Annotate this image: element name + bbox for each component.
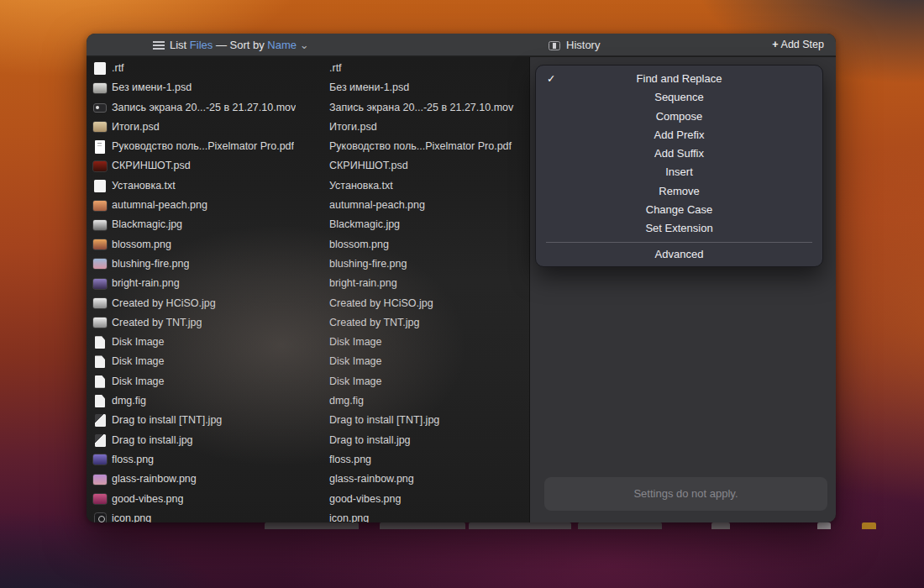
file-row[interactable]: glass-rainbow.png glass-rainbow.png: [87, 470, 529, 489]
file-row[interactable]: dmg.fig dmg.fig: [87, 391, 529, 411]
title-dropdown-trigger[interactable]: Name: [267, 39, 297, 51]
file-preview-name: bright-rain.png: [329, 274, 397, 293]
file-name: floss.png: [112, 450, 154, 470]
file-name: blushing-fire.png: [112, 255, 189, 274]
movie-file-icon: [93, 103, 107, 113]
file-preview-name: Запись экрана 20...-25 в 21.27.10.mov: [329, 98, 513, 118]
file-preview-name: Created by TNT.jpg: [329, 313, 419, 333]
history-icon: [549, 41, 560, 50]
menu-item-label: Set Extension: [645, 222, 712, 234]
zoom-button[interactable]: [129, 40, 139, 50]
dock-icon-sliver[interactable]: [862, 522, 876, 529]
dock-icon-sliver[interactable]: [380, 522, 465, 529]
file-row[interactable]: Created by TNT.jpg Created by TNT.jpg: [87, 313, 529, 333]
file-row[interactable]: good-vibes.png good-vibes.png: [87, 490, 529, 509]
menu-item-add-suffix[interactable]: Add Suffix: [536, 144, 822, 163]
menu-item-remove[interactable]: Remove: [536, 182, 822, 201]
file-row[interactable]: Blackmagic.jpg Blackmagic.jpg: [87, 215, 529, 234]
menu-item-change-case[interactable]: Change Case: [536, 201, 822, 219]
menu-item-label: Sequence: [654, 91, 704, 103]
minimize-button[interactable]: [112, 40, 122, 50]
file-preview-name: blossom.png: [329, 235, 389, 255]
file-name: blossom.png: [112, 235, 171, 255]
thumb-file-icon: [93, 454, 107, 465]
menu-item-label: Change Case: [646, 203, 713, 216]
file-row[interactable]: Drag to install.jpg Drag to install.jpg: [87, 431, 529, 450]
file-preview-name: blushing-fire.png: [329, 255, 407, 274]
file-row[interactable]: СКРИНШОТ.psd СКРИНШОТ.psd: [87, 156, 529, 176]
file-name: good-vibes.png: [112, 490, 183, 509]
file-name: glass-rainbow.png: [112, 470, 197, 489]
file-name: Руководство поль...Pixelmator Pro.pdf: [112, 137, 294, 156]
file-name: bright-rain.png: [112, 274, 180, 293]
file-row[interactable]: .rtf .rtf: [87, 59, 529, 78]
file-preview-name: autumnal-peach.png: [329, 196, 425, 215]
menu-item-find-and-replace[interactable]: ✓Find and Replace: [536, 70, 822, 88]
dock-icon-sliver[interactable]: [578, 522, 662, 529]
dock-icon-sliver[interactable]: [265, 522, 359, 529]
file-row[interactable]: floss.png floss.png: [87, 450, 529, 470]
file-preview-name: dmg.fig: [329, 391, 364, 411]
thumb-file-icon: [93, 298, 107, 308]
file-row[interactable]: Установка.txt Установка.txt: [87, 176, 529, 196]
menu-item-add-prefix[interactable]: Add Prefix: [536, 126, 822, 144]
dock-icon-sliver[interactable]: [817, 522, 831, 529]
doc-fold-file-icon: [95, 395, 105, 407]
file-row[interactable]: Руководство поль...Pixelmator Pro.pdf Ру…: [87, 137, 529, 156]
file-row[interactable]: Disk Image Disk Image: [87, 352, 529, 371]
title-dropdown-trigger[interactable]: ⌄: [297, 39, 309, 51]
file-row[interactable]: Created by HCiSO.jpg Created by HCiSO.jp…: [87, 294, 529, 313]
file-row[interactable]: Запись экрана 20...-25 в 21.27.10.mov За…: [87, 98, 529, 118]
file-row[interactable]: Disk Image Disk Image: [87, 333, 529, 352]
title-dropdown-trigger[interactable]: Files: [190, 39, 213, 51]
file-name: Drag to install [TNT].jpg: [112, 411, 222, 430]
file-row[interactable]: Drag to install [TNT].jpg Drag to instal…: [87, 411, 529, 430]
thumb-file-icon: [93, 122, 107, 132]
add-step-button[interactable]: +Add Step: [772, 34, 824, 56]
file-preview-name: Установка.txt: [329, 176, 393, 196]
step-type-menu: ✓Find and ReplaceSequenceComposeAdd Pref…: [535, 65, 823, 267]
history-label: History: [566, 34, 600, 56]
file-row[interactable]: icon.png icon.png: [87, 509, 529, 522]
thumb-file-icon: [93, 494, 107, 504]
menu-item-advanced[interactable]: Advanced: [536, 245, 822, 264]
menu-item-compose[interactable]: Compose: [536, 108, 822, 126]
file-row[interactable]: autumnal-peach.png autumnal-peach.png: [87, 196, 529, 215]
thumb-file-icon: [93, 279, 107, 289]
file-row[interactable]: bright-rain.png bright-rain.png: [87, 274, 529, 293]
file-name: Итоги.psd: [112, 118, 160, 137]
file-preview-name: .rtf: [329, 59, 342, 78]
menu-item-set-extension[interactable]: Set Extension: [536, 219, 822, 238]
file-preview-name: icon.png: [329, 509, 369, 522]
thumb-file-icon: [93, 475, 107, 485]
add-step-label: Add Step: [781, 39, 824, 50]
file-row[interactable]: blushing-fire.png blushing-fire.png: [87, 255, 529, 274]
menu-item-sequence[interactable]: Sequence: [536, 88, 822, 107]
file-preview-name: floss.png: [329, 450, 371, 470]
thumb-file-icon: [93, 239, 107, 249]
file-name: Disk Image: [112, 372, 165, 391]
renamer-window: List Files — Sort by Name ⌄ History +Add…: [87, 34, 836, 522]
file-name: СКРИНШОТ.psd: [112, 156, 191, 176]
file-row[interactable]: Итоги.psd Итоги.psd: [87, 118, 529, 137]
file-preview-name: СКРИНШОТ.psd: [329, 156, 408, 176]
file-row[interactable]: Disk Image Disk Image: [87, 372, 529, 391]
checkmark-icon: ✓: [547, 70, 555, 88]
dock-icon-sliver[interactable]: [469, 522, 571, 529]
close-button[interactable]: [95, 40, 105, 50]
file-list-pane: .rtf .rtf Без имени-1.psd Без имени-1.ps…: [87, 57, 529, 522]
thumb-file-icon: [93, 83, 107, 93]
dock-icon-sliver[interactable]: [711, 522, 730, 529]
file-name: Blackmagic.jpg: [112, 215, 182, 234]
menu-item-label: Add Prefix: [654, 129, 705, 141]
file-row[interactable]: Без имени-1.psd Без имени-1.psd: [87, 78, 529, 97]
file-preview-name: Blackmagic.jpg: [329, 215, 400, 234]
file-preview-name: Disk Image: [329, 333, 382, 352]
menu-item-label: Remove: [659, 185, 699, 197]
plus-icon: +: [772, 39, 778, 50]
menu-item-insert[interactable]: Insert: [536, 163, 822, 181]
file-row[interactable]: blossom.png blossom.png: [87, 235, 529, 255]
menu-item-label: Compose: [656, 110, 703, 123]
file-preview-name: good-vibes.png: [329, 490, 401, 509]
file-name: Drag to install.jpg: [112, 431, 193, 450]
